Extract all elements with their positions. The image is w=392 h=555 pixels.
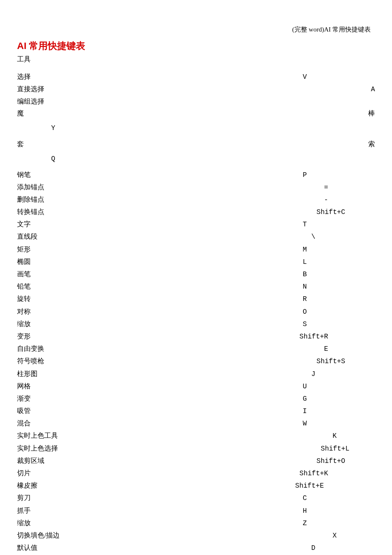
shortcut-label: 实时上色选择 [17,442,58,454]
shortcut-row: 裁剪区域Shift+O [17,455,375,467]
shortcut-label: 钢笔 [17,169,31,180]
header-note: (完整 word)AI 常用快捷键表 [17,26,375,34]
shortcut-label-left: 套 [17,138,24,150]
shortcut-label: 直接选择 [17,83,44,95]
shortcut-row: 切换填色/描边X [17,529,375,542]
shortcut-row: 画笔B [17,268,375,280]
shortcut-row: 添加锚点= [17,181,375,194]
shortcut-key: Q [17,150,375,169]
shortcut-label: 编组选择 [17,95,44,107]
shortcut-label: 默认值 [17,542,37,553]
shortcut-row: 编组选择 [17,95,375,107]
shortcut-label: 混合 [17,417,31,429]
shortcut-row: 实时上色选择Shift+L [17,442,375,455]
shortcut-row: 缩放Z [17,517,375,529]
shortcut-row: 默认值D [17,542,375,554]
shortcut-key: X [332,530,375,542]
shortcut-label: 变形 [17,330,31,342]
shortcut-label: 裁剪区域 [17,455,44,466]
shortcut-key: Shift+O [317,456,375,467]
shortcut-label: 抓手 [17,505,31,516]
shortcut-key: R [303,294,375,305]
shortcut-label: 吸管 [17,405,31,416]
shortcut-key: L [303,257,375,268]
shortcut-key: \ [311,231,375,243]
shortcut-label: 选择 [17,71,31,82]
shortcut-row: 转换锚点Shift+C [17,206,375,218]
shortcut-key: - [324,194,375,206]
shortcut-row: 缩放S [17,318,375,330]
shortcut-row: 变形Shift+R [17,330,375,343]
shortcut-key: M [303,244,375,256]
shortcut-key: = [324,182,375,194]
shortcut-key: U [303,381,375,393]
shortcut-key: Shift+L [321,443,375,455]
shortcut-row: 剪刀C [17,492,375,504]
page-title: AI 常用快捷键表 [17,40,375,52]
shortcut-key: C [303,493,375,504]
shortcut-row: 文字T [17,218,375,231]
shortcut-key: E [324,344,375,355]
shortcut-key: Shift+S [317,356,375,367]
shortcut-label: 实时上色工具 [17,430,58,441]
shortcut-label: 矩形 [17,243,31,255]
shortcut-row: 吸管I [17,405,375,417]
shortcut-label: 铅笔 [17,280,31,292]
shortcut-list: 选择V直接选择A编组选择魔棒Y套索Q钢笔P添加锚点=删除锚点-转换锚点Shift… [17,71,375,555]
shortcut-key: B [303,269,375,280]
shortcut-key: N [303,281,375,293]
shortcut-row: 直接选择A [17,83,375,95]
shortcut-key: K [332,431,375,442]
shortcut-label-right: 棒 [368,107,375,119]
shortcut-label: 转换锚点 [17,206,44,217]
shortcut-label: 渐变 [17,393,31,404]
shortcut-key: D [311,543,375,554]
shortcut-row: 抓手H [17,505,375,517]
shortcut-label-right: 索 [368,138,375,150]
shortcut-row: 自由变换E [17,343,375,355]
shortcut-label: 橡皮擦 [17,480,37,491]
shortcut-label-left: 魔 [17,107,24,119]
shortcut-label: 符号喷枪 [17,355,44,367]
shortcut-row: 渐变G [17,393,375,405]
shortcut-key: Shift+C [317,207,375,218]
shortcut-label: 切片 [17,467,31,479]
shortcut-key: J [311,369,375,380]
shortcut-row: 套索 [17,138,375,150]
shortcut-key: P [303,170,375,181]
shortcut-label: 缩放 [17,517,31,529]
shortcut-row: 实时上色工具K [17,430,375,442]
shortcut-label: 网格 [17,380,31,392]
section-heading: 工具 [17,55,375,64]
shortcut-row: 直线段\ [17,231,375,243]
shortcut-row: 魔棒 [17,107,375,119]
shortcut-row: 旋转R [17,293,375,305]
shortcut-key: Z [303,518,375,529]
shortcut-label: 椭圆 [17,256,31,267]
shortcut-row: 钢笔P [17,169,375,181]
shortcut-key: Shift+K [300,468,375,480]
shortcut-label: 直线段 [17,231,37,242]
shortcut-row: 混合W [17,417,375,430]
shortcut-row: 椭圆L [17,256,375,268]
shortcut-label: 自由变换 [17,343,44,354]
shortcut-key: Shift+R [300,331,375,343]
shortcut-row: 矩形M [17,243,375,256]
shortcut-key: T [303,219,375,231]
shortcut-label: 切换填色/描边 [17,529,60,541]
shortcut-key: W [303,418,375,430]
shortcut-label: 添加锚点 [17,181,44,193]
shortcut-key: H [303,506,375,517]
shortcut-row: 橡皮擦Shift+E [17,480,375,492]
shortcut-key: O [303,306,375,318]
shortcut-label: 缩放 [17,318,31,330]
shortcut-label: 柱形图 [17,368,37,379]
shortcut-key: G [303,393,375,405]
shortcut-label: 删除锚点 [17,194,44,205]
shortcut-row: 柱形图J [17,368,375,380]
shortcut-row: 铅笔N [17,280,375,293]
shortcut-key: I [303,406,375,417]
shortcut-row: 删除锚点- [17,194,375,206]
shortcut-row: 切片Shift+K [17,467,375,480]
shortcut-row: 符号喷枪Shift+S [17,355,375,367]
